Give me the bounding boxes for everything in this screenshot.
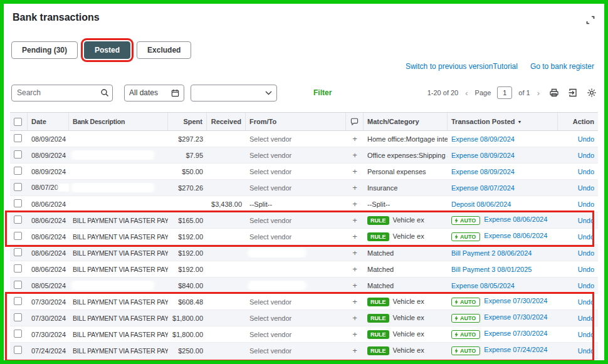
posted-transaction-link[interactable]: Expense 08/09/2024 bbox=[451, 168, 515, 175]
posted-transaction-link[interactable]: Expense 07/30/2024 bbox=[484, 313, 547, 321]
row-match-category[interactable]: RULEVehicle ex bbox=[364, 330, 448, 338]
undo-link[interactable]: Undo bbox=[578, 266, 594, 273]
row-match-category[interactable]: RULEVehicle ex bbox=[364, 313, 448, 322]
row-add-button[interactable]: + bbox=[346, 183, 364, 192]
export-icon[interactable] bbox=[568, 88, 578, 98]
posted-transaction-link[interactable]: Expense 07/24/2024 bbox=[484, 346, 547, 353]
row-checkbox[interactable] bbox=[10, 167, 28, 176]
col-transaction-posted[interactable]: Transaction Posted▼ bbox=[448, 113, 558, 130]
row-add-button[interactable]: + bbox=[346, 346, 364, 355]
row-checkbox[interactable] bbox=[10, 183, 28, 192]
row-checkbox[interactable] bbox=[10, 313, 28, 323]
row-match-category[interactable]: RULEVehicle ex bbox=[364, 216, 448, 224]
row-add-button[interactable]: + bbox=[346, 232, 364, 241]
undo-link[interactable]: Undo bbox=[578, 168, 594, 175]
row-from-to-select[interactable]: Select vendor bbox=[246, 331, 346, 338]
row-match-category[interactable]: RULEVehicle ex bbox=[364, 346, 448, 355]
row-checkbox[interactable] bbox=[10, 134, 28, 143]
row-from-to-select[interactable]: --Split-- bbox=[246, 200, 346, 208]
row-checkbox[interactable] bbox=[10, 232, 28, 241]
row-add-button[interactable]: + bbox=[346, 134, 364, 143]
print-icon[interactable] bbox=[549, 88, 559, 98]
row-checkbox[interactable] bbox=[10, 150, 28, 160]
row-add-button[interactable]: + bbox=[346, 281, 364, 290]
row-checkbox[interactable] bbox=[10, 346, 28, 355]
posted-transaction-link[interactable]: Bill Payment 3 08/01/2025 bbox=[451, 266, 532, 273]
row-from-to-select[interactable]: Select vendor bbox=[246, 315, 346, 322]
undo-link[interactable]: Undo bbox=[578, 315, 594, 322]
filter-button[interactable]: Filter bbox=[313, 88, 332, 97]
posted-transaction-link[interactable]: Expense 08/06/2024 bbox=[484, 216, 547, 223]
row-from-to-select[interactable]: Select vendor bbox=[246, 184, 346, 192]
row-from-to-select[interactable]: Select vendor bbox=[246, 347, 346, 355]
tab-posted[interactable]: Posted bbox=[84, 41, 130, 59]
switch-previous-version-link[interactable]: Switch to previous version bbox=[406, 62, 493, 71]
row-add-button[interactable]: + bbox=[346, 150, 364, 160]
row-checkbox[interactable] bbox=[10, 216, 28, 225]
next-page-button[interactable]: › bbox=[537, 88, 540, 98]
undo-link[interactable]: Undo bbox=[578, 298, 594, 306]
row-match-category[interactable]: Personal expenses bbox=[364, 167, 448, 175]
row-match-category[interactable]: Insurance bbox=[364, 184, 448, 192]
undo-link[interactable]: Undo bbox=[578, 152, 594, 159]
tab-excluded[interactable]: Excluded bbox=[137, 41, 191, 59]
posted-transaction-link[interactable]: Expense 08/09/2024 bbox=[451, 135, 515, 143]
prev-page-button[interactable]: ‹ bbox=[464, 88, 468, 98]
row-add-button[interactable]: + bbox=[346, 216, 364, 225]
tab-pending[interactable]: Pending (30) bbox=[11, 41, 78, 59]
row-match-category[interactable]: Home office:Mortgage interes bbox=[364, 135, 448, 143]
row-match-category[interactable]: Matched bbox=[364, 281, 448, 289]
posted-transaction-link[interactable]: Expense 08/09/2024 bbox=[451, 152, 515, 159]
posted-transaction-link[interactable]: Expense 07/30/2024 bbox=[484, 330, 547, 337]
row-from-to-select[interactable] bbox=[246, 264, 346, 273]
row-add-button[interactable]: + bbox=[346, 330, 364, 339]
row-checkbox[interactable] bbox=[10, 199, 28, 209]
undo-link[interactable]: Undo bbox=[578, 233, 594, 241]
row-add-button[interactable]: + bbox=[346, 167, 364, 176]
undo-link[interactable]: Undo bbox=[578, 184, 594, 192]
row-match-category[interactable]: RULEVehicle ex bbox=[364, 297, 448, 306]
row-from-to-select[interactable]: Select vendor bbox=[246, 233, 346, 241]
row-from-to-select[interactable]: Select vendor bbox=[246, 217, 346, 224]
row-from-to-select[interactable] bbox=[246, 281, 346, 289]
posted-transaction-link[interactable]: Expense 08/05/2024 bbox=[451, 282, 515, 289]
settings-gear-icon[interactable] bbox=[587, 88, 597, 98]
row-from-to-select[interactable]: Select vendor bbox=[246, 298, 346, 306]
select-all-checkbox[interactable] bbox=[10, 113, 28, 130]
posted-transaction-link[interactable]: Expense 07/30/2024 bbox=[484, 297, 547, 304]
undo-link[interactable]: Undo bbox=[578, 347, 594, 355]
posted-transaction-link[interactable]: Expense 08/07/2024 bbox=[451, 184, 515, 192]
undo-link[interactable]: Undo bbox=[578, 217, 594, 224]
row-checkbox[interactable] bbox=[10, 248, 28, 257]
row-match-category[interactable]: Office expenses:Shipping & p bbox=[364, 151, 448, 159]
search-input[interactable] bbox=[11, 85, 113, 101]
row-from-to-select[interactable] bbox=[246, 248, 346, 257]
row-checkbox[interactable] bbox=[10, 297, 28, 306]
undo-link[interactable]: Undo bbox=[578, 282, 594, 289]
undo-link[interactable]: Undo bbox=[578, 200, 594, 208]
row-match-category[interactable]: --Split-- bbox=[364, 200, 448, 208]
expand-icon[interactable] bbox=[585, 15, 595, 25]
row-add-button[interactable]: + bbox=[346, 297, 364, 306]
row-from-to-select[interactable]: Select vendor bbox=[246, 168, 346, 175]
row-from-to-select[interactable]: Select vendor bbox=[246, 152, 346, 159]
row-add-button[interactable]: + bbox=[346, 264, 364, 274]
row-match-category[interactable]: Matched bbox=[364, 265, 448, 273]
row-add-button[interactable]: + bbox=[346, 248, 364, 257]
posted-transaction-link[interactable]: Expense 08/06/2024 bbox=[484, 232, 547, 239]
tutorial-link[interactable]: Tutorial bbox=[493, 62, 518, 71]
undo-link[interactable]: Undo bbox=[578, 135, 594, 143]
go-to-bank-register-link[interactable]: Go to bank register bbox=[530, 62, 594, 71]
undo-link[interactable]: Undo bbox=[578, 249, 594, 257]
row-match-category[interactable]: Matched bbox=[364, 249, 448, 257]
posted-transaction-link[interactable]: Deposit 08/06/2024 bbox=[451, 200, 511, 208]
row-checkbox[interactable] bbox=[10, 281, 28, 290]
transaction-type-select[interactable] bbox=[191, 85, 277, 101]
row-checkbox[interactable] bbox=[10, 330, 28, 339]
date-range-select[interactable]: All dates bbox=[124, 85, 184, 101]
page-number-input[interactable] bbox=[497, 86, 512, 99]
posted-transaction-link[interactable]: Bill Payment 2 08/06/2024 bbox=[451, 249, 532, 257]
undo-link[interactable]: Undo bbox=[578, 331, 594, 338]
row-match-category[interactable]: RULEVehicle ex bbox=[364, 232, 448, 241]
row-add-button[interactable]: + bbox=[346, 313, 364, 323]
